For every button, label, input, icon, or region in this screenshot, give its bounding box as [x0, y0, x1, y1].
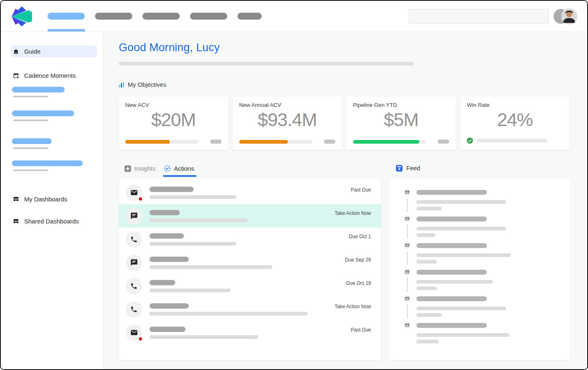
action-list-item[interactable]: Take Action Now — [119, 204, 381, 228]
feed-connector-line — [407, 251, 408, 265]
progress-track — [477, 139, 547, 142]
actions-check-icon — [164, 165, 171, 172]
sidebar-skeleton-group — [12, 138, 103, 149]
email-forward-icon — [405, 296, 409, 301]
progress-fill — [239, 140, 288, 144]
action-list-item[interactable]: Due Oct 1 — [119, 228, 381, 251]
feed-list-item[interactable] — [404, 295, 570, 322]
user-avatar[interactable] — [554, 8, 577, 25]
feed-item-skeleton-text — [416, 322, 509, 348]
app-window: Guide Cadence Moments My Dashboards — [0, 0, 588, 370]
action-list-item[interactable]: Past Due — [119, 321, 381, 344]
tab-insights[interactable]: Insights — [124, 165, 156, 176]
sidebar-loading-list — [12, 87, 103, 171]
objective-card[interactable]: Pipeline Gen YTD $5M — [346, 97, 456, 150]
skeleton-line — [13, 147, 48, 149]
objectives-section-header: My Objectives — [119, 81, 587, 88]
sidebar-item-my-dashboards[interactable]: My Dashboards — [11, 194, 97, 204]
feed-panel — [389, 178, 570, 360]
feed-item-skeleton-text — [416, 215, 506, 242]
skeleton-pill — [12, 87, 65, 92]
insights-plus-icon — [124, 165, 131, 172]
feed-item-skeleton-text — [416, 268, 493, 295]
home-icon — [13, 48, 19, 55]
sidebar-item-guide[interactable]: Guide — [11, 45, 97, 57]
objective-title: Pipeline Gen YTD — [353, 102, 449, 108]
email-forward-icon — [405, 243, 409, 248]
action-item-skeleton-text — [149, 327, 258, 339]
objective-value: $20M — [125, 110, 222, 130]
nav-item[interactable] — [95, 13, 132, 20]
unread-badge — [138, 336, 143, 341]
skeleton-line — [13, 169, 48, 171]
feed-section-header: Feed — [389, 163, 570, 176]
sidebar-skeleton-group — [12, 160, 103, 171]
dashboard-icon — [13, 218, 19, 224]
feed-connector-line — [407, 305, 408, 318]
primary-nav — [47, 13, 262, 20]
action-list-item[interactable]: Take Action Now — [119, 298, 381, 321]
chat-icon — [130, 212, 138, 220]
feed-list-item[interactable] — [404, 268, 570, 295]
action-item-skeleton-text — [149, 210, 248, 222]
tab-actions[interactable]: Actions — [164, 165, 194, 176]
progress-tail-pill — [324, 140, 335, 144]
email-icon — [130, 189, 138, 196]
feed-list-item[interactable] — [404, 215, 570, 242]
action-list-item[interactable]: Due Sep 29 — [119, 251, 381, 274]
action-status-label: Take Action Now — [335, 210, 371, 216]
feed-list-item[interactable] — [404, 322, 570, 348]
action-item-skeleton-text — [149, 280, 231, 292]
objective-title: New Annual ACV — [239, 102, 335, 108]
sidebar-item-cadence-moments[interactable]: Cadence Moments — [11, 70, 97, 81]
progress-tail-pill — [210, 140, 222, 144]
progress-fill — [125, 140, 170, 144]
progress-track — [239, 140, 312, 144]
email-icon — [130, 329, 138, 336]
greeting-heading: Good Morning, Lucy — [119, 41, 587, 54]
objective-value: $5M — [353, 110, 449, 130]
clari-logo-icon[interactable] — [11, 5, 33, 27]
objective-card[interactable]: Win Rate 24% — [460, 97, 570, 150]
progress-track — [125, 140, 198, 144]
nav-item-active[interactable] — [47, 13, 85, 20]
feed-item-skeleton-text — [416, 295, 506, 322]
chat-icon — [130, 259, 138, 266]
objective-progress — [239, 140, 335, 144]
feed-list-item[interactable] — [404, 189, 570, 215]
phone-icon — [130, 282, 138, 290]
objectives-section-title: My Objectives — [128, 81, 166, 88]
action-list-item[interactable]: Past Due — [119, 181, 381, 204]
action-status-label: Due Oct 19 — [346, 280, 371, 286]
actions-panel: Past Due Take Action Now Due Oct 1 — [119, 178, 381, 360]
feed-list-item[interactable] — [404, 242, 570, 268]
email-forward-icon — [405, 217, 409, 221]
objective-value: 24% — [467, 110, 563, 130]
sidebar-skeleton-group — [12, 87, 103, 97]
insights-actions-tabs: Insights Actions — [119, 163, 381, 176]
feed-connector-line — [407, 225, 408, 239]
sidebar-item-shared-dashboards[interactable]: Shared Dashboards — [11, 216, 97, 226]
action-status-label: Due Oct 1 — [349, 234, 371, 239]
feed-play-icon — [396, 165, 403, 171]
objective-progress — [467, 138, 563, 144]
nav-item[interactable] — [142, 13, 180, 20]
action-list-item[interactable]: Due Oct 19 — [119, 274, 381, 298]
skeleton-pill — [12, 138, 52, 144]
objective-card[interactable]: New Annual ACV $93.4M — [233, 97, 342, 150]
nav-item[interactable] — [237, 13, 262, 20]
sidebar-item-label: Cadence Moments — [24, 72, 76, 79]
objective-title: New ACV — [125, 102, 222, 108]
sidebar-item-label: Shared Dashboards — [24, 218, 79, 225]
action-item-skeleton-text — [149, 233, 236, 246]
action-item-skeleton-text — [149, 303, 308, 316]
objective-card[interactable]: New ACV $20M — [119, 97, 228, 150]
search-input[interactable] — [409, 9, 549, 24]
main-content: Good Morning, Lucy My Objectives New ACV… — [103, 32, 587, 369]
objective-progress — [125, 140, 222, 144]
feed-item-skeleton-text — [416, 242, 511, 268]
feed-item-skeleton-text — [416, 189, 506, 215]
active-nav-underline — [47, 29, 85, 32]
nav-item[interactable] — [190, 13, 227, 20]
bar-chart-icon — [119, 82, 124, 88]
